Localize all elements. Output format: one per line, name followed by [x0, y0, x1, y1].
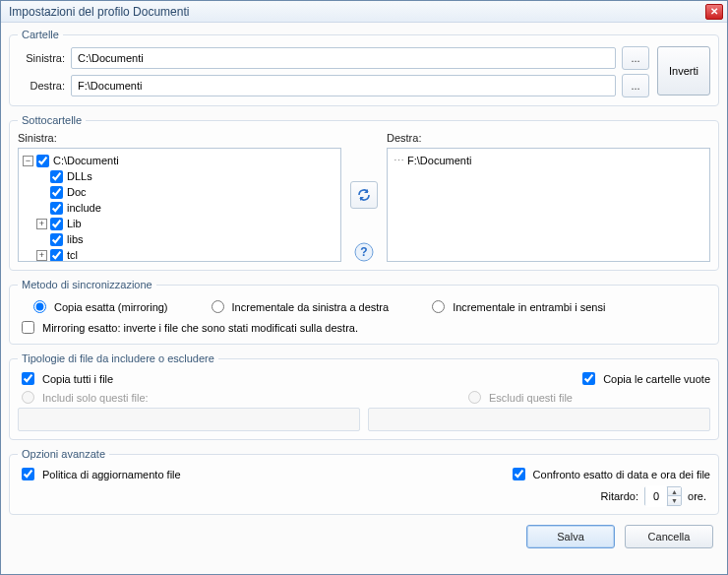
tree-item-label: libs — [67, 233, 84, 245]
tree-expand-icon[interactable]: + — [36, 250, 47, 261]
tree-item-label: Lib — [67, 218, 82, 229]
exclude-pattern-input — [368, 408, 710, 431]
tree-check-root[interactable] — [36, 155, 49, 167]
delay-spinner[interactable]: ▲ ▼ — [644, 486, 682, 506]
close-icon: ✕ — [710, 6, 718, 17]
titlebar: Impostazioni del profilo Documenti ✕ — [1, 1, 727, 23]
browse-right-button[interactable]: ... — [622, 74, 649, 97]
sync-exact-radio[interactable]: Copia esatta (mirroring) — [30, 298, 168, 315]
dialog-window: Impostazioni del profilo Documenti ✕ Car… — [0, 0, 728, 575]
window-title: Impostazioni del profilo Documenti — [9, 5, 705, 19]
tree-root-label: C:\Documenti — [53, 155, 119, 166]
save-button[interactable]: Salva — [526, 525, 615, 548]
left-path-input[interactable] — [71, 47, 616, 69]
copy-all-checkbox[interactable]: Copia tutti i file — [18, 370, 113, 387]
help-icon: ? — [354, 242, 374, 262]
dialog-content: Cartelle Sinistra: ... Destra: ... Inver… — [1, 23, 727, 574]
refresh-button[interactable] — [350, 181, 378, 209]
advanced-group: Opzioni avanzate Politica di aggiornamen… — [9, 448, 719, 515]
spinner-down-icon[interactable]: ▼ — [667, 496, 681, 505]
tree-item-label: Doc — [67, 186, 87, 198]
svg-text:?: ? — [360, 245, 367, 259]
cancel-button[interactable]: Cancella — [625, 525, 713, 548]
tree-expand-icon[interactable]: + — [36, 219, 47, 229]
subfolders-legend: Sottocartelle — [18, 114, 86, 126]
tree-check[interactable] — [50, 218, 63, 230]
invert-button[interactable]: Inverti — [657, 46, 710, 96]
tree-leaf-icon: ⋯ — [394, 155, 404, 167]
include-pattern-input — [18, 408, 360, 431]
filetypes-legend: Tipologie di file da includere o esclude… — [18, 352, 218, 364]
help-button[interactable]: ? — [354, 242, 374, 262]
tree-item-label: DLLs — [67, 170, 92, 182]
sync-method-group: Metodo di sincronizzazione Copia esatta … — [9, 279, 719, 345]
include-only-radio: Includi solo questi file: — [18, 389, 149, 406]
subfolders-right-label: Destra: — [387, 132, 710, 144]
right-path-label: Destra: — [18, 80, 65, 92]
folders-legend: Cartelle — [18, 29, 63, 40]
delay-input[interactable] — [645, 485, 667, 507]
copy-empty-checkbox[interactable]: Copia le cartelle vuote — [578, 370, 710, 387]
right-path-input[interactable] — [71, 75, 616, 96]
ellipsis-icon: ... — [631, 52, 639, 64]
sync-inc-both-radio[interactable]: Incrementale in entrambi i sensi — [428, 298, 605, 315]
tree-check[interactable] — [50, 186, 63, 199]
tree-collapse-icon[interactable]: − — [23, 156, 33, 166]
tree-check[interactable] — [50, 202, 63, 215]
left-path-label: Sinistra: — [18, 52, 65, 64]
exact-compare-checkbox[interactable]: Confronto esatto di data e ora dei file — [509, 466, 710, 482]
advanced-legend: Opzioni avanzate — [18, 448, 109, 460]
spinner-up-icon[interactable]: ▲ — [667, 487, 681, 496]
sync-method-legend: Metodo di sincronizzazione — [18, 279, 156, 290]
update-policy-checkbox[interactable]: Politica di aggiornamento file — [18, 466, 181, 482]
tree-item-label: include — [67, 202, 101, 214]
filetypes-group: Tipologie di file da includere o esclude… — [9, 352, 719, 440]
tree-root-label: F:\Documenti — [407, 155, 471, 166]
delay-unit: ore. — [688, 490, 706, 502]
ellipsis-icon: ... — [631, 80, 639, 92]
right-tree-pane[interactable]: ⋯ F:\Documenti — [387, 148, 710, 262]
folders-group: Cartelle Sinistra: ... Destra: ... Inver… — [9, 29, 719, 106]
subfolders-group: Sottocartelle Sinistra: − C:\Documenti D… — [9, 114, 719, 271]
exclude-radio: Escludi questi file — [464, 389, 573, 406]
sync-inc-lr-radio[interactable]: Incrementale da sinistra a destra — [208, 298, 390, 315]
subfolders-left-label: Sinistra: — [18, 132, 341, 144]
tree-check[interactable] — [50, 233, 63, 246]
dialog-footer: Salva Cancella — [9, 523, 719, 548]
refresh-icon — [356, 187, 372, 203]
close-button[interactable]: ✕ — [705, 4, 723, 20]
tree-check[interactable] — [50, 170, 63, 183]
delay-label: Ritardo: — [601, 490, 639, 502]
tree-item-label: tcl — [67, 249, 78, 261]
tree-check[interactable] — [50, 249, 63, 262]
left-tree-pane[interactable]: − C:\Documenti DLLs Doc include +Lib lib… — [18, 148, 341, 262]
mirror-exact-checkbox[interactable]: Mirroring esatto: inverte i file che son… — [18, 319, 710, 336]
browse-left-button[interactable]: ... — [622, 46, 649, 70]
